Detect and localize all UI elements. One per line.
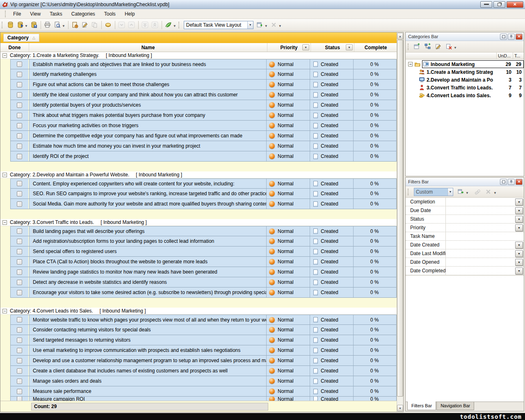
done-checkbox[interactable] [17, 201, 22, 207]
toolbar-options-chevron[interactable]: ▼ [278, 24, 282, 28]
task-name[interactable]: Consider contacting returning visitors f… [29, 325, 266, 335]
filter-dropdown-icon[interactable]: ▼ [515, 216, 523, 223]
complete-cell[interactable]: 0 % [353, 80, 395, 89]
task-row[interactable]: Content. Employ experienced copywriters … [10, 178, 397, 189]
status-filter-icon[interactable]: ▼ [346, 44, 353, 50]
status-cell[interactable]: Created [310, 335, 353, 345]
delete-filter-icon[interactable] [483, 187, 494, 197]
done-checkbox[interactable] [17, 239, 22, 244]
category-tree-item[interactable]: 2.Develop and Maintain a Po33 [406, 76, 524, 84]
priority-cell[interactable]: Normal [266, 151, 310, 161]
task-row[interactable]: Create a client database that includes n… [10, 366, 397, 376]
priority-cell[interactable]: Normal [266, 288, 310, 297]
move-bottom-icon[interactable] [140, 20, 150, 30]
categories-toolbar-chevron[interactable]: ▼ [454, 46, 457, 50]
status-cell[interactable]: Created [310, 366, 353, 376]
task-name[interactable]: Encourage your visitors to take some des… [29, 288, 266, 297]
apply-filter-icon[interactable] [455, 187, 466, 197]
priority-cell[interactable]: Normal [266, 100, 310, 110]
priority-cell[interactable]: Normal [266, 277, 310, 287]
delete-layout-icon[interactable] [269, 20, 279, 30]
edit-category-icon[interactable] [433, 42, 443, 52]
chevron-down-icon[interactable]: ▼ [447, 188, 453, 196]
priority-cell[interactable]: Normal [266, 110, 310, 120]
tree-item-body[interactable]: 3.Convert Traffic into Leads.77 [418, 84, 524, 91]
complete-cell[interactable]: 0 % [353, 110, 395, 120]
complete-cell[interactable]: 0 % [353, 356, 395, 365]
priority-cell[interactable]: Normal [266, 376, 310, 386]
task-name[interactable]: Send targeted messages to returning visi… [29, 335, 266, 345]
complete-cell[interactable]: 0 % [353, 247, 395, 256]
priority-cell[interactable]: Normal [266, 131, 310, 141]
move-top-icon[interactable] [150, 20, 160, 30]
complete-cell[interactable]: 0 % [353, 141, 395, 151]
priority-cell[interactable]: Normal [266, 226, 310, 236]
scroll-down-icon[interactable]: ▼ [397, 405, 403, 411]
task-row[interactable]: Identify the ideal customer of your comp… [10, 90, 397, 100]
category-group-row[interactable]: −Category: 4.Convert Leads into Sales.[ … [0, 308, 397, 315]
task-row[interactable]: Monitor website traffic to know which pa… [10, 315, 397, 325]
priority-cell[interactable]: Normal [266, 335, 310, 345]
priority-cell[interactable]: Normal [266, 69, 310, 79]
website-link[interactable]: todolistsoft.com [460, 413, 522, 420]
task-name[interactable]: Estimate how much time and money you can… [29, 141, 266, 151]
task-row[interactable]: Detect any decrease in website statistic… [10, 277, 397, 288]
task-name[interactable]: Figure out what actions can be taken to … [29, 80, 266, 89]
done-checkbox[interactable] [17, 103, 22, 108]
status-cell[interactable]: Created [310, 257, 353, 267]
tree-header-undone[interactable]: UnD... [497, 52, 513, 59]
view-layout-icon[interactable] [164, 20, 173, 30]
complete-cell[interactable]: 0 % [353, 366, 395, 376]
filter-dropdown-icon[interactable]: ▼ [515, 224, 523, 231]
task-row[interactable]: Figure out what actions can be taken to … [10, 80, 397, 90]
view-dropdown[interactable]: ▼ [173, 24, 176, 28]
task-name[interactable]: Identify marketing challenges [29, 69, 266, 79]
filter-preset-combobox[interactable]: Custom ▼ [414, 188, 453, 196]
complete-cell[interactable]: 0 % [353, 100, 395, 110]
collapse-icon[interactable]: − [2, 309, 7, 313]
category-group-row[interactable]: −Category: 2.Develop and Maintain a Powe… [0, 171, 397, 178]
filter-dropdown-icon[interactable]: ▼ [515, 267, 523, 274]
task-name[interactable]: Review landing page statistics to monito… [29, 267, 266, 277]
status-cell[interactable]: Created [310, 325, 353, 335]
filter-dropdown-icon[interactable]: ▼ [515, 199, 523, 205]
task-name[interactable]: Establish marketing goals and objectives… [29, 59, 266, 69]
task-name[interactable]: Build landing pages that will describe y… [29, 226, 266, 236]
status-cell[interactable]: Created [310, 90, 353, 100]
panel-close-icon[interactable]: ✕ [516, 34, 523, 40]
status-cell[interactable]: Created [310, 121, 353, 130]
done-checkbox[interactable] [17, 62, 22, 67]
done-checkbox[interactable] [17, 358, 22, 363]
task-row[interactable]: Add registration/subscription forms to y… [10, 236, 397, 247]
done-checkbox[interactable] [17, 228, 22, 234]
complete-cell[interactable]: 0 % [353, 376, 395, 386]
task-row[interactable]: Consider contacting returning visitors f… [10, 325, 397, 335]
task-name[interactable]: Use email marketing to improve communica… [29, 345, 266, 355]
status-cell[interactable]: Created [310, 376, 353, 386]
priority-cell[interactable]: Normal [266, 236, 310, 246]
task-row[interactable]: Identify ROI of the projectNormalCreated… [10, 151, 397, 162]
done-checkbox[interactable] [17, 389, 22, 394]
add-subcategory-icon[interactable] [422, 42, 433, 52]
priority-cell[interactable]: Normal [266, 90, 310, 100]
complete-task-icon[interactable] [103, 20, 113, 30]
clear-filter-icon[interactable] [472, 187, 483, 197]
status-cell[interactable]: Created [310, 356, 353, 365]
done-checkbox[interactable] [17, 269, 22, 275]
priority-cell[interactable]: Normal [266, 315, 310, 324]
done-checkbox[interactable] [17, 92, 22, 98]
minimize-button[interactable] [480, 1, 492, 8]
priority-cell[interactable]: Normal [266, 345, 310, 355]
status-cell[interactable]: Created [310, 110, 353, 120]
layout-combobox[interactable]: Default Task View Layout ▼ [184, 21, 253, 29]
menu-help[interactable]: Help [120, 9, 139, 18]
status-cell[interactable]: Created [310, 267, 353, 277]
priority-cell[interactable]: Normal [266, 366, 310, 376]
done-checkbox[interactable] [17, 397, 22, 401]
complete-cell[interactable]: 0 % [353, 226, 395, 236]
complete-cell[interactable]: 0 % [353, 325, 395, 335]
priority-filter-icon[interactable]: ▼ [302, 44, 309, 50]
status-cell[interactable]: Created [310, 131, 353, 141]
delete-category-icon[interactable] [443, 42, 454, 52]
scroll-up-icon[interactable]: ▲ [397, 33, 403, 39]
